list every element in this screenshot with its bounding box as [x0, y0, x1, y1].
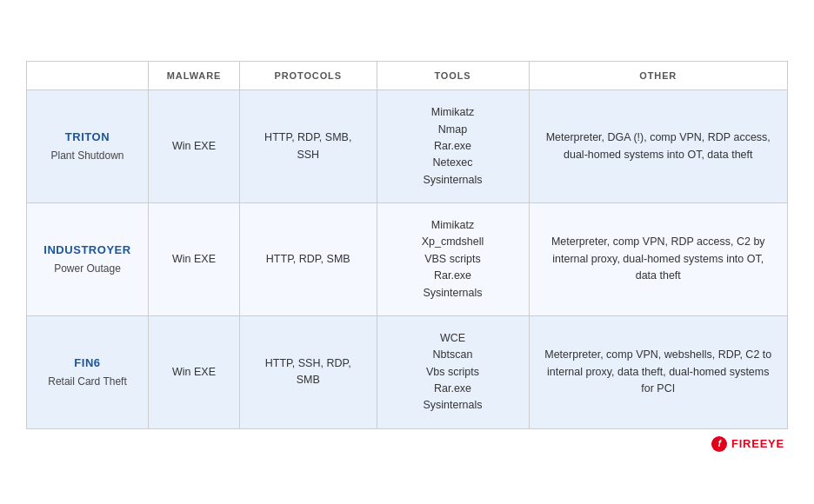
- table-row: FIN6Retail Card TheftWin EXEHTTP, SSH, R…: [27, 315, 788, 428]
- col-header-protocols: Protocols: [240, 62, 377, 90]
- row-label-bold: TRITON: [39, 129, 136, 146]
- comparison-table: Malware Protocols Tools Other TRITONPlan…: [26, 61, 788, 429]
- row-label-sub: Power Outage: [39, 261, 136, 277]
- col-header-label: [27, 62, 149, 90]
- row-tools: WCE Nbtscan Vbs scripts Rar.exe Sysinter…: [377, 315, 529, 428]
- row-tools: Mimikatz Nmap Rar.exe Netexec Sysinterna…: [377, 90, 529, 203]
- row-malware: Win EXE: [149, 90, 240, 203]
- col-header-other: Other: [529, 62, 788, 90]
- row-malware: Win EXE: [149, 315, 240, 428]
- col-header-malware: Malware: [149, 62, 240, 90]
- table-row: INDUSTROYERPower OutageWin EXEHTTP, RDP,…: [27, 203, 788, 316]
- table-row: TRITONPlant ShutdownWin EXEHTTP, RDP, SM…: [27, 90, 788, 203]
- row-label-sub: Plant Shutdown: [39, 148, 136, 164]
- fireeye-icon: f: [711, 436, 727, 452]
- row-other: Meterpreter, comp VPN, webshells, RDP, C…: [529, 315, 788, 428]
- row-label-cell: TRITONPlant Shutdown: [27, 90, 149, 203]
- row-label-cell: FIN6Retail Card Theft: [27, 315, 149, 428]
- fireeye-logo-text: FIREEYE: [731, 437, 784, 450]
- row-other: Meterpreter, comp VPN, RDP access, C2 by…: [529, 203, 788, 316]
- row-label-sub: Retail Card Theft: [39, 374, 136, 390]
- row-protocols: HTTP, RDP, SMB: [240, 203, 377, 316]
- row-protocols: HTTP, RDP, SMB, SSH: [240, 90, 377, 203]
- col-header-tools: Tools: [377, 62, 529, 90]
- fireeye-logo-bar: f FIREEYE: [26, 436, 788, 452]
- row-tools: Mimikatz Xp_cmdshell VBS scripts Rar.exe…: [377, 203, 529, 316]
- row-protocols: HTTP, SSH, RDP, SMB: [240, 315, 377, 428]
- row-other: Meterpreter, DGA (!), comp VPN, RDP acce…: [529, 90, 788, 203]
- row-label-bold: INDUSTROYER: [39, 242, 136, 259]
- row-label-bold: FIN6: [39, 355, 136, 372]
- row-malware: Win EXE: [149, 203, 240, 316]
- table-body: TRITONPlant ShutdownWin EXEHTTP, RDP, SM…: [27, 90, 788, 429]
- row-label-cell: INDUSTROYERPower Outage: [27, 203, 149, 316]
- table-header-row: Malware Protocols Tools Other: [27, 62, 788, 90]
